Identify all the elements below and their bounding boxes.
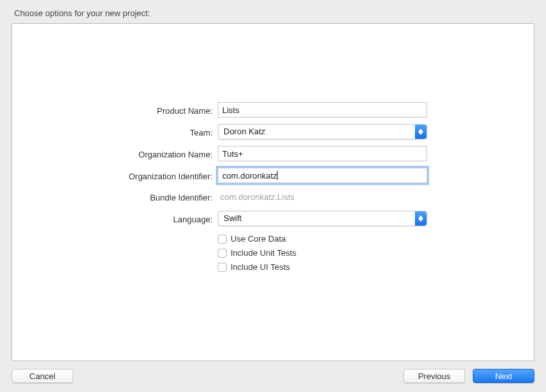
team-select[interactable]: Doron Katz [218,124,427,139]
organization-identifier-input[interactable]: com.doronkatz [218,168,427,183]
include-unit-tests-label: Include Unit Tests [231,248,296,258]
options-checkbox-group: Use Core Data Include Unit Tests Include… [218,234,427,273]
include-ui-tests-checkbox[interactable] [218,263,227,272]
team-row: Team: Doron Katz [12,124,534,139]
include-unit-tests-checkbox[interactable] [218,249,227,258]
organization-name-label: Organization Name: [12,148,213,159]
bundle-identifier-row: Bundle Identifier: com.doronkatz.Lists [12,190,534,204]
organization-name-input[interactable] [218,146,427,161]
product-name-input[interactable] [218,102,427,118]
bundle-identifier-value: com.doronkatz.Lists [218,190,427,204]
dialog-title: Choose options for your new project: [14,8,534,18]
checkbox-group-row: Use Core Data Include Unit Tests Include… [12,233,534,273]
new-project-dialog: Choose options for your new project: Pro… [0,0,546,392]
organization-name-row: Organization Name: [12,146,534,161]
use-core-data-row: Use Core Data [218,234,427,244]
team-label: Team: [12,127,213,138]
product-name-label: Product Name: [12,105,213,116]
language-label: Language: [12,213,213,224]
bundle-identifier-label: Bundle Identifier: [12,192,213,202]
include-ui-tests-label: Include UI Tests [231,262,290,272]
language-row: Language: Swift [12,211,534,226]
cancel-button[interactable]: Cancel [12,369,73,383]
content-panel: Product Name: Team: Doron Katz Organizat… [12,23,534,361]
next-button[interactable]: Next [473,369,534,383]
use-core-data-checkbox[interactable] [218,235,227,244]
previous-button[interactable]: Previous [403,369,465,383]
include-unit-tests-row: Include Unit Tests [218,248,427,258]
button-bar: Cancel Previous Next [12,369,534,383]
text-cursor [277,171,277,180]
organization-identifier-label: Organization Identifier: [12,170,213,181]
organization-identifier-row: Organization Identifier: com.doronkatz [12,168,534,183]
product-name-row: Product Name: [12,102,534,118]
use-core-data-label: Use Core Data [231,234,286,244]
project-options-form: Product Name: Team: Doron Katz Organizat… [12,102,534,273]
organization-identifier-value: com.doronkatz [222,171,277,181]
language-select[interactable]: Swift [218,211,427,226]
include-ui-tests-row: Include UI Tests [218,262,427,272]
